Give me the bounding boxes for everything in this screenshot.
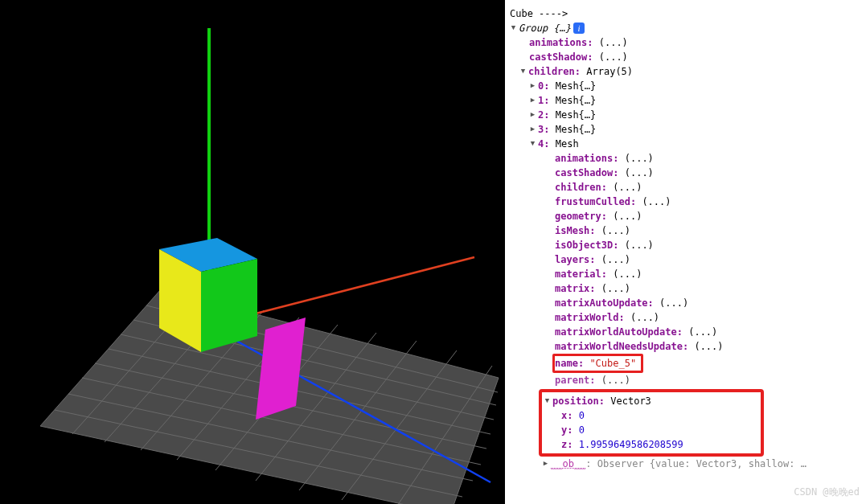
child-3[interactable]: ▶3: Mesh {…} (510, 122, 861, 137)
child-4[interactable]: ▼ 4: Mesh (510, 137, 861, 151)
prop-animations[interactable]: animations: (...) (510, 151, 861, 166)
prop-observer[interactable]: ▶ __ob__: Observer {value: Vector3, shal… (510, 457, 861, 471)
prop-position[interactable]: ▼ position: Vector3 (544, 394, 756, 408)
child-1[interactable]: ▶1: Mesh {…} (510, 93, 861, 108)
devtools-console[interactable]: Cube ----> ▼ Group {…} i animations: (..… (505, 0, 866, 504)
caret-right-icon[interactable]: ▶ (529, 109, 536, 121)
position-x[interactable]: x: 0 (544, 408, 756, 423)
prop-castshadow[interactable]: castShadow: (...) (510, 50, 861, 64)
caret-down-icon[interactable]: ▼ (544, 395, 551, 407)
caret-down-icon[interactable]: ▼ (510, 23, 517, 34)
caret-down-icon[interactable]: ▼ (519, 66, 527, 77)
prop-matrixAutoUpdate[interactable]: matrixAutoUpdate: (...) (510, 296, 861, 310)
prop-castShadow[interactable]: castShadow: (...) (510, 166, 861, 180)
caret-down-icon[interactable]: ▼ (529, 138, 536, 150)
position-y[interactable]: y: 0 (544, 423, 756, 437)
child-0[interactable]: ▶0: Mesh {…} (510, 79, 861, 93)
watermark: CSDN @晚晚ed (794, 485, 860, 499)
cube-side-face (201, 259, 257, 352)
prop-children[interactable]: ▼ children: Array(5) (510, 64, 861, 79)
prop-parent[interactable]: parent: (...) (510, 373, 861, 387)
prop-matrixWorldAutoUpdate[interactable]: matrixWorldAutoUpdate: (...) (510, 325, 861, 339)
child-2[interactable]: ▶2: Mesh {…} (510, 108, 861, 122)
prop-geometry[interactable]: geometry: (...) (510, 209, 861, 223)
prop-name[interactable]: name: "Cube_5" (510, 354, 861, 373)
prop-children[interactable]: children: (...) (510, 180, 861, 195)
prop-frustumCulled[interactable]: frustumCulled: (...) (510, 195, 861, 209)
prop-matrixWorldNeedsUpdate[interactable]: matrixWorldNeedsUpdate: (...) (510, 339, 861, 354)
prop-isObject3D[interactable]: isObject3D: (...) (510, 238, 861, 252)
prop-layers[interactable]: layers: (...) (510, 252, 861, 267)
3d-viewport[interactable] (0, 0, 505, 504)
scene-svg (0, 0, 505, 504)
group-root[interactable]: ▼ Group {…} i (510, 21, 861, 35)
caret-right-icon[interactable]: ▶ (529, 80, 536, 92)
caret-right-icon[interactable]: ▶ (529, 95, 536, 106)
prop-animations[interactable]: animations: (...) (510, 35, 861, 50)
caret-right-icon[interactable]: ▶ (529, 124, 536, 135)
prop-matrixWorld[interactable]: matrixWorld: (...) (510, 310, 861, 325)
prop-isMesh[interactable]: isMesh: (...) (510, 223, 861, 238)
caret-right-icon[interactable]: ▶ (542, 458, 549, 469)
prop-material[interactable]: material: (...) (510, 267, 861, 281)
console-log-header: Cube ----> (510, 6, 861, 21)
position-z[interactable]: z: 1.9959649586208599 (544, 437, 756, 452)
prop-matrix[interactable]: matrix: (...) (510, 281, 861, 296)
info-icon[interactable]: i (573, 23, 585, 34)
position-highlight: ▼ position: Vector3 x: 0 y: 0 z: 1.99596… (539, 389, 764, 457)
